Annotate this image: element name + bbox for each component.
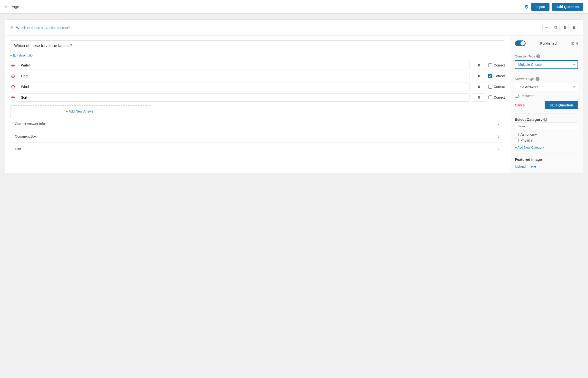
answer-row: ⊖ Correct bbox=[10, 61, 505, 69]
question-body: + Edit description ⊖ Correct bbox=[5, 36, 583, 173]
answer-4-correct-checkbox[interactable] bbox=[488, 95, 492, 99]
action-row: Cancel Save Question bbox=[515, 101, 578, 109]
answers-type-help-icon[interactable]: ? bbox=[536, 77, 539, 81]
top-bar-right: ⚙ Import Add Question bbox=[524, 3, 583, 11]
correct-answer-info-label: Correct Answer Info bbox=[15, 122, 45, 126]
astronomy-checkbox[interactable] bbox=[515, 133, 518, 136]
save-question-button[interactable]: Save Question bbox=[545, 101, 578, 109]
category-title: Select Category ? bbox=[515, 117, 578, 122]
divider bbox=[515, 50, 578, 50]
remove-answer-2-button[interactable]: ⊖ bbox=[10, 73, 16, 79]
required-checkbox[interactable] bbox=[515, 94, 518, 98]
hint-section[interactable]: Hint ∨ bbox=[10, 142, 505, 155]
question-type-help-icon[interactable]: ? bbox=[536, 54, 540, 58]
chevron-down-icon: ∨ bbox=[497, 121, 500, 126]
published-row: Published ID: 6 bbox=[515, 40, 578, 46]
comment-box-section[interactable]: Comment Box ∨ bbox=[10, 130, 505, 142]
category-item-physics: Physics bbox=[515, 138, 578, 142]
answer-2-score[interactable] bbox=[472, 72, 486, 80]
top-bar-left: ⊕ Page 1 bbox=[5, 4, 22, 10]
add-category-link[interactable]: + Add New Category bbox=[515, 146, 544, 149]
answer-row: ⊖ Correct bbox=[10, 93, 505, 102]
toggle-slider bbox=[515, 40, 526, 46]
sort-button[interactable]: ⇅ bbox=[561, 24, 569, 31]
featured-image-title: Featured image bbox=[515, 157, 578, 162]
answer-3-score[interactable] bbox=[472, 82, 486, 91]
required-label: Required? bbox=[520, 94, 535, 98]
answer-4-score[interactable] bbox=[472, 93, 486, 102]
answer-3-correct-label: Correct bbox=[488, 85, 505, 89]
required-row: Required? bbox=[515, 94, 578, 98]
delete-button[interactable]: 🗑 bbox=[570, 24, 578, 31]
question-card-header: ⊕ Which of these travel the fastest? ✏ ⧉… bbox=[5, 20, 583, 36]
category-search-input[interactable] bbox=[515, 122, 578, 130]
answer-1-correct-label: Correct bbox=[488, 63, 505, 67]
import-button[interactable]: Import bbox=[531, 3, 550, 11]
upload-image-link[interactable]: Upload Image bbox=[515, 164, 536, 168]
answers-list: ⊖ Correct ⊖ bbox=[10, 61, 505, 102]
answers-type-select[interactable]: Text Answers Image Answers bbox=[515, 83, 578, 91]
question-header-title: Which of these travel the fastest? bbox=[16, 26, 70, 30]
divider bbox=[515, 113, 578, 113]
answers-type-label: Answers Type ? bbox=[515, 77, 578, 81]
header-left: ⊕ Which of these travel the fastest? bbox=[10, 25, 70, 30]
answer-2-correct-label: Correct bbox=[488, 74, 505, 78]
answer-3-correct-checkbox[interactable] bbox=[488, 85, 492, 89]
add-new-answer-button[interactable]: + Add New Answer! bbox=[10, 106, 151, 117]
remove-answer-1-button[interactable]: ⊖ bbox=[10, 62, 16, 68]
copy-button[interactable]: ⧉ bbox=[552, 24, 560, 31]
divider bbox=[515, 73, 578, 73]
physics-checkbox[interactable] bbox=[515, 139, 518, 142]
question-type-select[interactable]: Multiple Choice True/False Short Answer bbox=[515, 60, 578, 69]
correct-label-text: Correct bbox=[494, 95, 505, 99]
page-move-icon[interactable]: ⊕ bbox=[5, 4, 9, 10]
answer-row: ⊖ Correct bbox=[10, 72, 505, 80]
answer-1-correct-checkbox[interactable] bbox=[488, 63, 492, 67]
astronomy-label: Astronomy bbox=[520, 133, 537, 136]
answer-1-input[interactable] bbox=[18, 61, 470, 69]
question-card: ⊕ Which of these travel the fastest? ✏ ⧉… bbox=[5, 19, 583, 173]
divider bbox=[515, 153, 578, 153]
question-right-panel: Published ID: 6 Question Type ? Multiple… bbox=[510, 36, 583, 173]
answer-4-input[interactable] bbox=[18, 93, 470, 102]
correct-label-text: Correct bbox=[494, 85, 505, 89]
remove-answer-3-button[interactable]: ⊖ bbox=[10, 84, 16, 90]
top-bar: ⊕ Page 1 ⚙ Import Add Question bbox=[0, 0, 588, 14]
question-type-label: Question Type ? bbox=[515, 54, 578, 58]
question-text-input[interactable] bbox=[10, 40, 505, 51]
header-right: ✏ ⧉ ⇅ 🗑 bbox=[542, 24, 578, 31]
answer-2-input[interactable] bbox=[18, 72, 470, 80]
answer-4-correct-label: Correct bbox=[488, 95, 505, 99]
chevron-down-icon: ∨ bbox=[497, 147, 500, 151]
chevron-down-icon: ∨ bbox=[497, 134, 500, 139]
edit-description-link[interactable]: + Edit description bbox=[10, 54, 34, 57]
question-left-panel: + Edit description ⊖ Correct bbox=[5, 36, 510, 173]
published-label: Published bbox=[540, 41, 557, 45]
hint-label: Hint bbox=[15, 147, 21, 151]
correct-label-text: Correct bbox=[494, 74, 505, 78]
physics-label: Physics bbox=[520, 138, 532, 142]
gear-icon[interactable]: ⚙ bbox=[524, 4, 529, 10]
comment-box-label: Comment Box bbox=[15, 135, 37, 138]
cancel-button[interactable]: Cancel bbox=[515, 103, 526, 107]
correct-answer-info-section[interactable]: Correct Answer Info ∨ bbox=[10, 117, 505, 130]
id-label: ID: 6 bbox=[572, 42, 578, 45]
category-item-astronomy: Astronomy bbox=[515, 133, 578, 136]
page-title: Page 1 bbox=[11, 5, 22, 9]
correct-label-text: Correct bbox=[494, 63, 505, 67]
answer-row: ⊖ Correct bbox=[10, 82, 505, 91]
answer-2-correct-checkbox[interactable] bbox=[488, 74, 492, 78]
edit-button[interactable]: ✏ bbox=[542, 24, 550, 31]
answer-3-input[interactable] bbox=[18, 82, 470, 91]
category-help-icon[interactable]: ? bbox=[543, 118, 547, 122]
published-toggle[interactable] bbox=[515, 40, 526, 46]
question-move-icon[interactable]: ⊕ bbox=[10, 25, 14, 30]
add-question-button[interactable]: Add Question bbox=[552, 3, 583, 11]
main-area: ⊕ Which of these travel the fastest? ✏ ⧉… bbox=[0, 14, 588, 179]
remove-answer-4-button[interactable]: ⊖ bbox=[10, 94, 16, 100]
answer-1-score[interactable] bbox=[472, 61, 486, 69]
